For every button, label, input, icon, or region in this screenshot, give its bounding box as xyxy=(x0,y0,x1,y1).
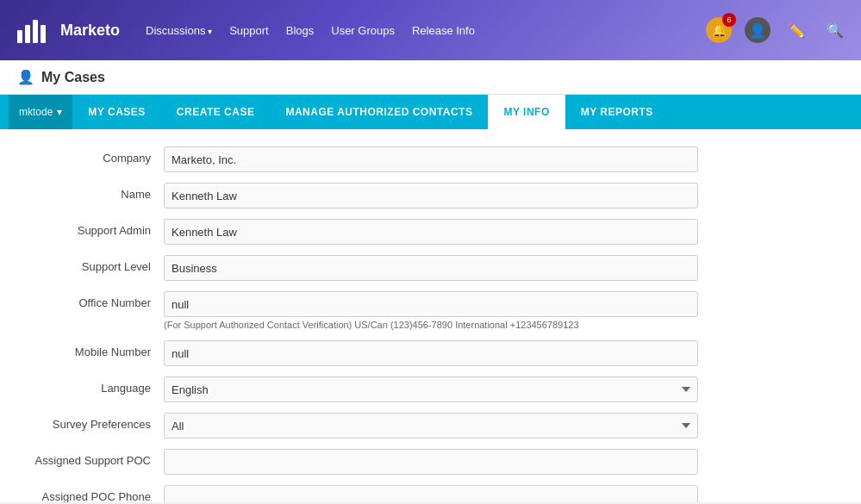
field-mobile-number xyxy=(164,340,698,366)
field-company xyxy=(164,146,698,172)
sub-nav-user[interactable]: mktode ▾ xyxy=(9,95,72,129)
tab-my-cases[interactable]: MY CASES xyxy=(72,95,160,129)
field-support-admin xyxy=(164,219,698,245)
tab-manage-authorized[interactable]: MANAGE AUTHORIZED CONTACTS xyxy=(270,95,488,129)
nav-discussions[interactable]: Discussions xyxy=(146,24,212,37)
nav-release-info[interactable]: Release Info xyxy=(412,24,475,37)
field-support-level xyxy=(164,255,698,281)
input-support-level[interactable] xyxy=(164,255,698,281)
input-support-poc[interactable] xyxy=(164,449,698,475)
page-title-bar: 👤 My Cases xyxy=(0,60,861,95)
svg-rect-2 xyxy=(33,20,38,43)
svg-rect-1 xyxy=(25,25,30,43)
label-company: Company xyxy=(26,146,164,165)
nav-right: 🔔 6 👤 ✏️ 🔍 xyxy=(706,17,848,43)
sub-navigation: mktode ▾ MY CASES CREATE CASE MANAGE AUT… xyxy=(0,95,861,129)
notification-badge: 6 xyxy=(722,13,736,27)
label-support-poc: Assigned Support POC xyxy=(26,449,164,467)
form-row-name: Name xyxy=(26,183,835,208)
field-survey: All None xyxy=(164,413,698,439)
select-survey[interactable]: All None xyxy=(164,413,698,439)
label-name: Name xyxy=(26,183,164,201)
input-mobile-number[interactable] xyxy=(164,340,698,366)
form-row-support-admin: Support Admin xyxy=(26,219,835,245)
sub-nav-arrow: ▾ xyxy=(57,106,62,118)
form-row-office-number: Office Number (For Support Authorized Co… xyxy=(26,291,835,330)
tab-my-reports[interactable]: MY REPORTS xyxy=(565,95,669,129)
label-support-admin: Support Admin xyxy=(26,219,164,237)
input-office-number[interactable] xyxy=(164,291,698,317)
edit-icon-button[interactable]: ✏️ xyxy=(783,18,809,43)
form-row-company: Company xyxy=(26,146,835,172)
input-name[interactable] xyxy=(164,183,698,208)
nav-user-groups[interactable]: User Groups xyxy=(331,24,395,37)
label-support-level: Support Level xyxy=(26,255,164,273)
form-row-survey: Survey Preferences All None xyxy=(26,413,835,439)
select-language[interactable]: English Japanese French xyxy=(164,376,698,402)
bell-wrapper: 🔔 6 xyxy=(706,17,732,43)
input-poc-phone[interactable] xyxy=(164,485,698,502)
form-row-support-poc: Assigned Support POC xyxy=(26,449,835,475)
svg-rect-0 xyxy=(17,30,22,43)
input-company[interactable] xyxy=(164,146,698,172)
label-mobile-number: Mobile Number xyxy=(26,340,164,358)
brand-name: Marketo xyxy=(60,22,120,40)
logo-area[interactable]: Marketo xyxy=(13,13,120,47)
input-support-admin[interactable] xyxy=(164,219,698,245)
main-content: Company Name Support Admin Support Level… xyxy=(0,129,861,502)
nav-support[interactable]: Support xyxy=(229,24,269,37)
form-row-support-level: Support Level xyxy=(26,255,835,281)
notifications-button[interactable]: 🔔 6 xyxy=(706,17,732,43)
sub-nav-username: mktode xyxy=(19,106,53,118)
nav-blogs[interactable]: Blogs xyxy=(286,24,315,37)
label-poc-phone: Assigned POC Phone xyxy=(26,485,164,502)
form-row-poc-phone: Assigned POC Phone xyxy=(26,485,835,502)
form-row-mobile-number: Mobile Number xyxy=(26,340,835,366)
tab-create-case[interactable]: CREATE CASE xyxy=(161,95,271,129)
tab-my-info[interactable]: MY INFO xyxy=(488,95,565,129)
office-number-hint: (For Support Authorized Contact Verifica… xyxy=(164,320,698,330)
field-support-poc xyxy=(164,449,698,475)
top-navigation: Marketo Discussions Support Blogs User G… xyxy=(0,0,861,60)
field-poc-phone xyxy=(164,485,698,502)
search-button[interactable]: 🔍 xyxy=(822,18,848,43)
label-language: Language xyxy=(26,376,164,395)
label-office-number: Office Number xyxy=(26,291,164,309)
marketo-logo xyxy=(13,13,56,47)
field-language: English Japanese French xyxy=(164,376,698,402)
form-row-language: Language English Japanese French xyxy=(26,376,835,402)
page-title: My Cases xyxy=(41,70,105,85)
field-name xyxy=(164,183,698,208)
label-survey: Survey Preferences xyxy=(26,413,164,431)
user-avatar-button[interactable]: 👤 xyxy=(745,17,771,43)
nav-links: Discussions Support Blogs User Groups Re… xyxy=(146,24,706,37)
user-icon: 👤 xyxy=(17,69,34,85)
field-office-number: (For Support Authorized Contact Verifica… xyxy=(164,291,698,330)
svg-rect-3 xyxy=(41,25,46,43)
